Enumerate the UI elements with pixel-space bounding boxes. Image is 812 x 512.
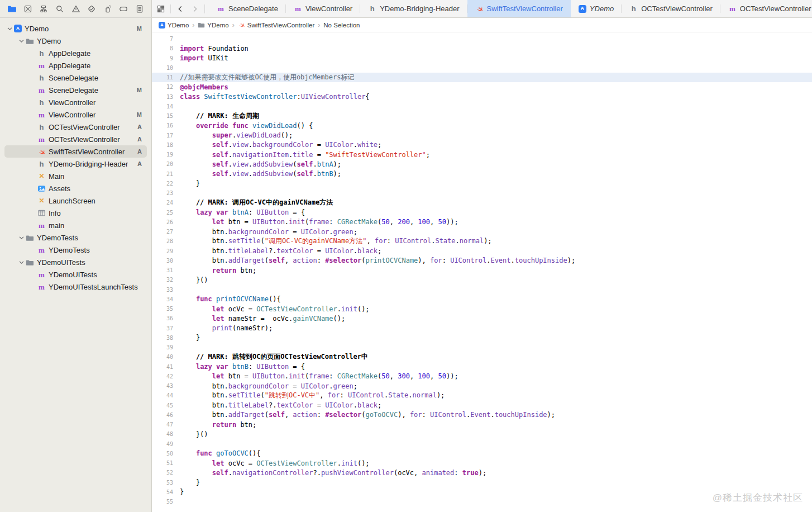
sidebar-item-YDemoTests[interactable]: mYDemoTests (4, 244, 147, 256)
code-line-45[interactable]: 45 btn.titleLabel?.textColor = UIColor.b… (152, 401, 812, 410)
tab-SwiftTestViewController[interactable]: SwiftTestViewController (467, 0, 571, 17)
line-number[interactable]: 9 (152, 55, 173, 61)
sidebar-item-Assets[interactable]: Assets (4, 182, 147, 195)
code-line-17[interactable]: 17 super.viewDidLoad(); (152, 131, 812, 140)
line-number[interactable]: 26 (152, 219, 173, 225)
sidebar-item-YDemoTests[interactable]: YDemoTests (4, 231, 147, 244)
code-line-42[interactable]: 42 let btn = UIButton.init(frame: CGRect… (152, 372, 812, 381)
code-line-51[interactable]: 51 let ocVc = OCTestViewController.init(… (152, 458, 812, 468)
line-number[interactable]: 22 (152, 181, 173, 187)
breadcrumb-item-SwiftTestViewController[interactable]: SwiftTestViewController (238, 21, 315, 29)
code-line-19[interactable]: 19 self.navigationItem.title = "SwiftTes… (152, 150, 812, 159)
code-line-33[interactable]: 33 (152, 285, 812, 295)
code-line-23[interactable]: 23 (152, 188, 812, 198)
tab-SceneDelegate[interactable]: mSceneDelegate (209, 0, 286, 17)
line-number[interactable]: 17 (152, 132, 173, 139)
code-line-46[interactable]: 46 btn.addTarget(self, action: #selector… (152, 410, 812, 420)
line-number[interactable]: 54 (152, 489, 173, 495)
sidebar-item-YDemoUITests[interactable]: YDemoUITests (4, 256, 147, 268)
line-number[interactable]: 45 (152, 402, 173, 409)
line-number[interactable]: 51 (152, 460, 173, 466)
sidebar-item-SceneDelegate[interactable]: hSceneDelegate (4, 72, 147, 84)
line-number[interactable]: 27 (152, 229, 173, 235)
code-line-44[interactable]: 44 btn.setTitle("跳转到OC-VC中", for: UICont… (152, 391, 812, 400)
breadcrumb-item-No Selection[interactable]: No Selection (323, 22, 360, 29)
code-line-21[interactable]: 21 self.view.addSubview(self.btnB); (152, 169, 812, 179)
sidebar-item-Info[interactable]: Info (4, 207, 147, 219)
sidebar-item-YDemo-Bridging-Header[interactable]: hYDemo-Bridging-HeaderA (4, 158, 147, 170)
line-number[interactable]: 50 (152, 451, 173, 457)
line-number[interactable]: 19 (152, 151, 173, 158)
line-number[interactable]: 49 (152, 441, 173, 447)
line-number[interactable]: 25 (152, 210, 173, 216)
chevron-down-icon[interactable] (17, 38, 26, 44)
breakpoint-navigator-icon[interactable] (117, 3, 130, 15)
sidebar-item-main[interactable]: mmain (4, 219, 147, 231)
line-number[interactable]: 39 (152, 344, 173, 350)
code-line-31[interactable]: 31 return btn; (152, 266, 812, 275)
code-line-9[interactable]: 9import UIKit (152, 54, 812, 63)
code-line-28[interactable]: 28 btn.setTitle("调用OC-VC的gainVCName方法", … (152, 236, 812, 246)
sidebar-item-OCTestViewController[interactable]: hOCTestViewControllerA (4, 121, 147, 133)
line-number[interactable]: 42 (152, 373, 173, 380)
sidebar-item-YDemo[interactable]: AYDemoM (4, 22, 147, 35)
symbol-navigator-icon[interactable] (37, 3, 50, 15)
line-number[interactable]: 32 (152, 277, 173, 283)
line-number[interactable]: 24 (152, 200, 173, 206)
report-navigator-icon[interactable] (133, 3, 146, 15)
sidebar-item-LaunchScreen[interactable]: ✕LaunchScreen (4, 195, 147, 207)
code-line-50[interactable]: 50 func goToOCVC(){ (152, 449, 812, 458)
breadcrumb-item-YDemo[interactable]: AYDemo (159, 22, 189, 29)
project-navigator-icon[interactable] (6, 3, 18, 15)
line-number[interactable]: 12 (152, 84, 173, 90)
sidebar-item-YDemoUITests[interactable]: mYDemoUITests (4, 268, 147, 281)
find-navigator-icon[interactable] (54, 3, 66, 15)
breadcrumb-item-YDemo[interactable]: YDemo (198, 21, 228, 29)
issue-navigator-icon[interactable] (70, 3, 82, 15)
code-line-14[interactable]: 14 (152, 102, 812, 111)
line-number[interactable]: 31 (152, 267, 173, 273)
sidebar-item-YDemoUITestsLaunchTests[interactable]: mYDemoUITestsLaunchTests (4, 281, 147, 293)
line-number[interactable]: 23 (152, 190, 173, 196)
tab-YDemo[interactable]: AYDemo (571, 0, 622, 17)
code-line-41[interactable]: 41 lazy var btnB: UIButton = { (152, 362, 812, 372)
back-button[interactable] (174, 3, 187, 15)
code-line-52[interactable]: 52 self.navigationController?.pushViewCo… (152, 468, 812, 477)
code-line-36[interactable]: 36 let nameStr = ocVc.gainVCName(); (152, 314, 812, 323)
line-number[interactable]: 48 (152, 431, 173, 437)
code-line-20[interactable]: 20 self.view.addSubview(self.btnA); (152, 159, 812, 169)
line-number[interactable]: 30 (152, 258, 173, 264)
line-number[interactable]: 10 (152, 65, 173, 71)
code-line-18[interactable]: 18 self.view.backgroundColor = UIColor.w… (152, 140, 812, 150)
sidebar-item-AppDelegate[interactable]: hAppDelegate (4, 47, 147, 59)
line-number[interactable]: 36 (152, 315, 173, 321)
line-number[interactable]: 35 (152, 306, 173, 312)
code-line-24[interactable]: 24 // MARK: 调用OC-VC中的gainVCName方法 (152, 198, 812, 207)
tab-OCTestViewController[interactable]: hOCTestViewController (622, 0, 720, 17)
sidebar-item-OCTestViewController[interactable]: mOCTestViewControllerA (4, 133, 147, 145)
line-number[interactable]: 13 (152, 94, 173, 100)
line-number[interactable]: 18 (152, 142, 173, 148)
line-number[interactable]: 15 (152, 113, 173, 119)
line-number[interactable]: 33 (152, 287, 173, 293)
tab-YDemo-Bridging-Header[interactable]: hYDemo-Bridging-Header (360, 0, 467, 17)
code-line-11[interactable]: 11//如果需要改文件能够被OC使用，使用objcMembers标记 (152, 73, 812, 82)
sidebar-item-SwiftTestViewController[interactable]: SwiftTestViewControllerA (4, 145, 147, 158)
line-number[interactable]: 52 (152, 470, 173, 476)
chevron-down-icon[interactable] (17, 259, 26, 266)
line-number[interactable]: 16 (152, 122, 173, 129)
line-number[interactable]: 14 (152, 103, 173, 110)
code-line-43[interactable]: 43 btn.backgroundColor = UIColor.green; (152, 381, 812, 391)
line-number[interactable]: 55 (152, 499, 173, 505)
test-navigator-icon[interactable] (85, 3, 98, 15)
code-line-53[interactable]: 53 } (152, 478, 812, 487)
code-line-32[interactable]: 32 }() (152, 275, 812, 285)
code-line-12[interactable]: 12@objcMembers (152, 82, 812, 92)
code-line-15[interactable]: 15 // MARK: 生命周期 (152, 111, 812, 121)
line-number[interactable]: 41 (152, 364, 173, 370)
chevron-down-icon[interactable] (17, 235, 26, 241)
line-number[interactable]: 8 (152, 45, 173, 51)
sidebar-item-ViewController[interactable]: mViewControllerM (4, 108, 147, 121)
line-number[interactable]: 40 (152, 354, 173, 360)
code-line-27[interactable]: 27 btn.backgroundColor = UIColor.green; (152, 227, 812, 236)
